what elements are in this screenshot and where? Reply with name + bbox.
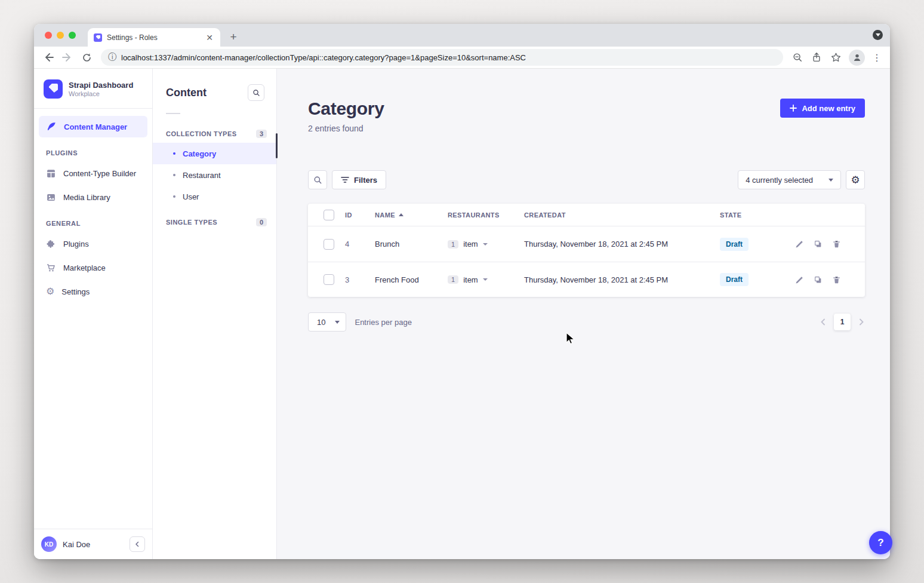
sidebar-item-content-type-builder[interactable]: Content-Type Builder	[39, 162, 147, 184]
sidebar-item-label: Content-Type Builder	[63, 169, 136, 178]
subnav-item-label: Restaurant	[183, 171, 221, 180]
user-avatar[interactable]: KD	[41, 536, 57, 552]
help-button[interactable]: ?	[869, 531, 892, 554]
edit-pencil-icon[interactable]	[795, 240, 804, 248]
collapse-sidebar-button[interactable]	[130, 536, 145, 552]
table-row[interactable]: 3 French Food 1 item Thursday, November …	[308, 262, 865, 297]
browser-toolbar: ⓘ localhost:1337/admin/content-manager/c…	[34, 47, 890, 69]
sort-ascending-icon	[399, 213, 404, 216]
bullet-icon	[173, 152, 175, 155]
relation-label: item	[463, 275, 478, 284]
chevron-down-icon	[483, 278, 488, 281]
row-checkbox[interactable]	[324, 274, 334, 285]
subnav-item-restaurant[interactable]: Restaurant	[153, 164, 276, 186]
table-search-button[interactable]	[308, 170, 327, 189]
forward-button[interactable]	[59, 49, 76, 66]
sidebar-item-label: Settings	[61, 287, 90, 296]
sidebar-item-marketplace[interactable]: Marketplace	[39, 257, 147, 278]
sidebar-item-plugins[interactable]: Plugins	[39, 233, 147, 254]
sidebar-user-row: KD Kai Doe	[34, 529, 152, 559]
filters-button[interactable]: Filters	[332, 170, 386, 189]
select-all-checkbox[interactable]	[324, 210, 334, 220]
view-settings-button[interactable]: ⚙	[846, 170, 865, 189]
browser-tab[interactable]: Settings - Roles ✕	[88, 28, 220, 47]
gear-icon: ⚙	[46, 287, 54, 296]
browser-profile-avatar[interactable]	[849, 50, 865, 66]
site-info-icon[interactable]: ⓘ	[108, 52, 116, 63]
duplicate-icon[interactable]	[814, 240, 823, 248]
previous-page-chevron-icon[interactable]	[820, 318, 827, 326]
collection-types-label: COLLECTION TYPES	[166, 130, 237, 137]
subnav-scrollbar-thumb[interactable]	[276, 133, 278, 158]
sidebar-item-settings[interactable]: ⚙ Settings	[39, 281, 147, 302]
page-size-select[interactable]: 10	[308, 312, 346, 332]
tab-title: Settings - Roles	[107, 33, 200, 42]
column-header-id[interactable]: ID	[345, 211, 375, 219]
sidebar-item-label: Media Library	[63, 193, 110, 202]
feather-pen-icon	[46, 121, 57, 132]
single-types-label: SINGLE TYPES	[166, 219, 217, 226]
close-window-button[interactable]	[45, 32, 52, 39]
relation-count-badge: 1	[448, 275, 458, 284]
relation-count-badge: 1	[448, 240, 458, 248]
tab-close-icon[interactable]: ✕	[205, 33, 214, 42]
new-tab-button[interactable]: +	[225, 29, 242, 45]
next-page-chevron-icon[interactable]	[858, 318, 865, 326]
chevron-down-icon	[828, 179, 833, 182]
state-badge: Draft	[720, 238, 749, 251]
duplicate-icon[interactable]	[814, 275, 823, 284]
subnav-divider	[166, 113, 180, 114]
table-row[interactable]: 4 Brunch 1 item Thursday, November 18, 2…	[308, 226, 865, 262]
strapi-logo-icon	[44, 79, 63, 99]
single-types-header: SINGLE TYPES 0	[153, 213, 276, 231]
maximize-window-button[interactable]	[69, 32, 76, 39]
page-number-button[interactable]: 1	[834, 314, 851, 330]
subnav-search-button[interactable]	[248, 84, 264, 101]
add-new-entry-label: Add new entry	[802, 104, 855, 113]
tab-search-button[interactable]	[873, 30, 883, 40]
sidebar-item-label: Content Manager	[64, 122, 127, 131]
column-header-name[interactable]: NAME	[375, 211, 448, 219]
cell-id: 3	[345, 275, 375, 284]
sidebar-item-content-manager[interactable]: Content Manager	[39, 116, 147, 137]
browser-menu-icon[interactable]: ⋮	[870, 52, 884, 63]
zoom-icon[interactable]	[789, 49, 806, 66]
cell-restaurants[interactable]: 1 item	[448, 275, 524, 284]
entries-per-page-label: Entries per page	[355, 318, 411, 327]
subnav-item-category[interactable]: Category	[153, 143, 276, 164]
cell-createdat: Thursday, November 18, 2021 at 2:45 PM	[524, 240, 720, 248]
row-checkbox[interactable]	[324, 239, 334, 250]
window-controls[interactable]	[45, 32, 76, 39]
reload-button[interactable]	[78, 49, 95, 66]
browser-window: Settings - Roles ✕ + ⓘ localhost:1337/ad…	[34, 24, 890, 559]
filters-label: Filters	[354, 176, 377, 185]
user-name: Kai Doe	[63, 540, 124, 549]
delete-trash-icon[interactable]	[832, 275, 841, 284]
cell-createdat: Thursday, November 18, 2021 at 2:45 PM	[524, 275, 720, 284]
subnav-item-user[interactable]: User	[153, 186, 276, 207]
column-header-restaurants[interactable]: RESTAURANTS	[448, 211, 524, 219]
url-bar[interactable]: ⓘ localhost:1337/admin/content-manager/c…	[101, 49, 783, 66]
fields-selected-dropdown[interactable]: 4 currently selected	[738, 170, 841, 189]
relation-label: item	[463, 240, 478, 248]
single-types-count-badge: 0	[256, 218, 267, 226]
edit-pencil-icon[interactable]	[795, 275, 804, 284]
sidebar-item-label: Plugins	[63, 240, 89, 248]
share-icon[interactable]	[808, 49, 825, 66]
bookmark-star-icon[interactable]	[827, 49, 844, 66]
sidebar-item-media-library[interactable]: Media Library	[39, 186, 147, 208]
filter-icon	[341, 176, 349, 183]
content-subnav: Content COLLECTION TYPES 3 Category Rest…	[153, 69, 277, 559]
brand-title: Strapi Dashboard	[69, 81, 133, 90]
add-new-entry-button[interactable]: Add new entry	[780, 99, 865, 118]
column-header-state[interactable]: STATE	[720, 211, 790, 219]
column-header-createdat[interactable]: CREATEDAT	[524, 211, 720, 219]
minimize-window-button[interactable]	[57, 32, 64, 39]
cell-restaurants[interactable]: 1 item	[448, 240, 524, 248]
bullet-icon	[173, 174, 175, 176]
state-badge: Draft	[720, 273, 749, 286]
back-button[interactable]	[40, 49, 57, 66]
delete-trash-icon[interactable]	[832, 240, 841, 248]
entries-found-text: 2 entries found	[308, 124, 384, 133]
collection-types-count-badge: 3	[256, 130, 267, 138]
